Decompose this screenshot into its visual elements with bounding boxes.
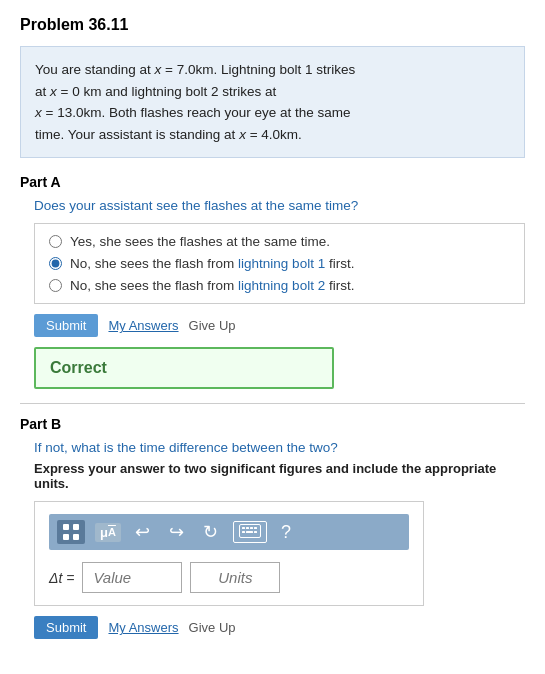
part-a-submit-button[interactable]: Submit	[34, 314, 98, 337]
help-icon[interactable]: ?	[281, 522, 291, 543]
part-b-actions: Submit My Answers Give Up	[34, 616, 525, 639]
svg-rect-7	[250, 527, 253, 529]
desc-line1: You are standing at x = 7.0km. Lightning…	[35, 62, 355, 77]
input-row: Δt =	[49, 562, 409, 593]
part-a-give-up-button[interactable]: Give Up	[189, 318, 236, 333]
value-input[interactable]	[82, 562, 182, 593]
part-b-my-answers-button[interactable]: My Answers	[108, 620, 178, 635]
desc-line3: x = 13.0km. Both flashes reach your eye …	[35, 105, 351, 120]
math-toolbar: μA ↩ ↪ ↻ ?	[49, 514, 409, 550]
option-2-row: No, she sees the flash from lightning bo…	[49, 256, 510, 271]
svg-rect-5	[242, 527, 245, 529]
svg-rect-2	[63, 534, 69, 540]
option-2-text: No, she sees the flash from lightning bo…	[70, 256, 354, 271]
redo-icon[interactable]: ↪	[165, 520, 189, 544]
part-a-section: Part A Does your assistant see the flash…	[20, 174, 525, 389]
svg-rect-6	[246, 527, 249, 529]
svg-rect-0	[63, 524, 69, 530]
answer-input-box: μA ↩ ↪ ↻ ?	[34, 501, 424, 606]
part-a-label: Part A	[20, 174, 525, 190]
option-3-row: No, she sees the flash from lightning bo…	[49, 278, 510, 293]
options-box: Yes, she sees the flashes at the same ti…	[34, 223, 525, 304]
part-a-question: Does your assistant see the flashes at t…	[34, 198, 525, 213]
desc-line4: time. Your assistant is standing at x = …	[35, 127, 302, 142]
svg-rect-3	[73, 534, 79, 540]
desc-line2: at x = 0 km and lightning bolt 2 strikes…	[35, 84, 276, 99]
part-b-instruction: Express your answer to two significant f…	[34, 461, 525, 491]
mu-a-icon[interactable]: μA	[95, 523, 121, 542]
svg-rect-8	[254, 527, 257, 529]
option-2-radio[interactable]	[49, 257, 62, 270]
correct-box: Correct	[34, 347, 334, 389]
section-divider	[20, 403, 525, 404]
option-3-radio[interactable]	[49, 279, 62, 292]
part-a-my-answers-button[interactable]: My Answers	[108, 318, 178, 333]
part-b-label: Part B	[20, 416, 525, 432]
part-b-give-up-button[interactable]: Give Up	[189, 620, 236, 635]
part-b-section: Part B If not, what is the time differen…	[20, 416, 525, 639]
undo-icon[interactable]: ↩	[131, 520, 155, 544]
option-1-row: Yes, she sees the flashes at the same ti…	[49, 234, 510, 249]
units-input[interactable]	[190, 562, 280, 593]
option-3-text: No, she sees the flash from lightning bo…	[70, 278, 354, 293]
keyboard-icon[interactable]	[233, 521, 267, 543]
problem-description: You are standing at x = 7.0km. Lightning…	[20, 46, 525, 158]
svg-rect-11	[254, 531, 257, 533]
option-1-text: Yes, she sees the flashes at the same ti…	[70, 234, 330, 249]
part-b-question: If not, what is the time difference betw…	[34, 440, 525, 455]
option-1-radio[interactable]	[49, 235, 62, 248]
svg-rect-10	[246, 531, 253, 533]
svg-rect-9	[242, 531, 245, 533]
svg-rect-1	[73, 524, 79, 530]
part-a-actions: Submit My Answers Give Up	[34, 314, 525, 337]
matrix-icon[interactable]	[57, 520, 85, 544]
part-b-submit-button[interactable]: Submit	[34, 616, 98, 639]
delta-label: Δt =	[49, 570, 74, 586]
reset-icon[interactable]: ↻	[199, 520, 223, 544]
problem-title: Problem 36.11	[20, 16, 525, 34]
